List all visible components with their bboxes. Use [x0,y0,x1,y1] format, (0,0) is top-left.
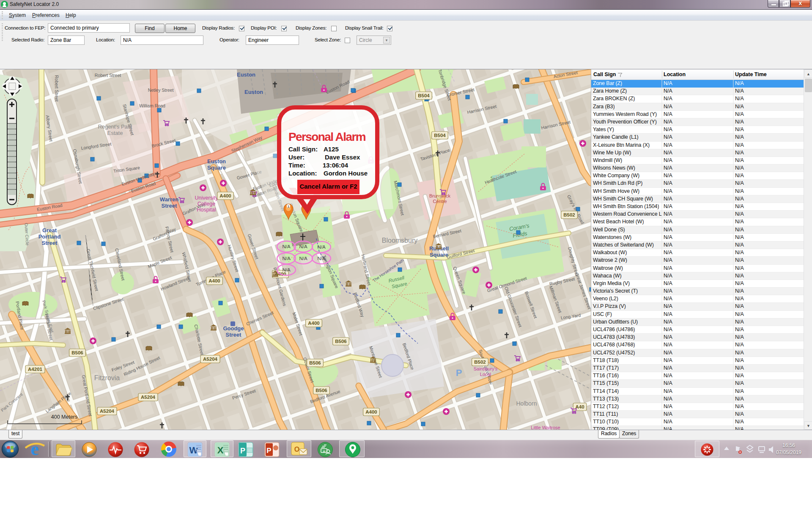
svg-text:Portland: Portland [38,233,61,240]
svg-text:Goodge: Goodge [223,325,244,332]
svg-text:B506: B506 [315,388,327,393]
svg-text:Holborn: Holborn [516,400,537,407]
svg-text:Street: Street [162,203,178,209]
svg-text:College: College [198,201,215,207]
svg-text:University: University [195,195,219,201]
svg-text:Bloomsbury: Bloomsbury [382,237,417,244]
svg-text:Little Waitrose: Little Waitrose [531,425,560,430]
svg-text:Fitzrovia: Fitzrovia [94,374,120,381]
svg-text:N/A: N/A [317,256,326,261]
svg-text:William Road: William Road [139,103,165,108]
svg-text:A5204: A5204 [203,357,217,362]
svg-text:B504: B504 [434,133,446,138]
svg-text:Regent's Park: Regent's Park [98,123,132,130]
svg-text:A400: A400 [365,409,377,414]
svg-text:Hospital: Hospital [197,207,216,213]
svg-text:A5204: A5204 [141,395,155,400]
svg-text:O: O [294,446,299,453]
svg-text:Euston: Euston [207,158,226,165]
svg-text:Euston: Euston [244,89,263,95]
svg-text:N/A: N/A [282,267,291,272]
svg-text:400 Meters: 400 Meters [51,414,78,420]
svg-text:B506: B506 [309,360,321,365]
svg-text:Euston: Euston [237,71,255,78]
svg-text:Local: Local [480,372,491,377]
svg-text:P: P [266,447,271,455]
svg-text:10: 10 [323,450,326,453]
svg-text:Square: Square [207,165,226,171]
svg-text:Estate: Estate [107,130,123,136]
svg-text:Warren: Warren [160,196,178,203]
svg-text:A5204: A5204 [100,409,114,414]
svg-text:B506: B506 [71,350,83,355]
svg-text:N/A: N/A [299,256,307,261]
svg-text:A4201: A4201 [28,367,42,372]
svg-text:Robert Street: Robert Street [54,75,59,102]
svg-text:P: P [456,368,462,378]
svg-text:Brunswick: Brunswick [429,193,451,198]
svg-text:B502: B502 [474,359,486,365]
svg-text:N/A: N/A [282,256,291,261]
svg-text:Sainsbury's: Sainsbury's [474,366,498,371]
svg-text:Square: Square [430,252,448,258]
svg-text:A400: A400 [219,193,231,198]
svg-text:A400: A400 [308,321,320,326]
svg-text:A400: A400 [208,278,220,283]
svg-text:N/A: N/A [299,244,307,249]
svg-text:P: P [240,447,245,455]
svg-text:Street: Street [42,240,58,246]
svg-text:N/A: N/A [282,244,291,249]
svg-text:B506: B506 [335,339,347,344]
svg-text:Robert Street: Robert Street [95,73,121,78]
svg-text:Street: Street [226,332,242,338]
svg-text:B504: B504 [418,93,430,98]
svg-text:N/A: N/A [317,244,326,250]
svg-text:B502: B502 [563,212,575,217]
svg-text:X: X [217,445,224,455]
svg-text:Centre: Centre [433,199,447,204]
svg-text:Netley Street: Netley Street [148,88,174,93]
svg-text:Great: Great [42,227,57,233]
